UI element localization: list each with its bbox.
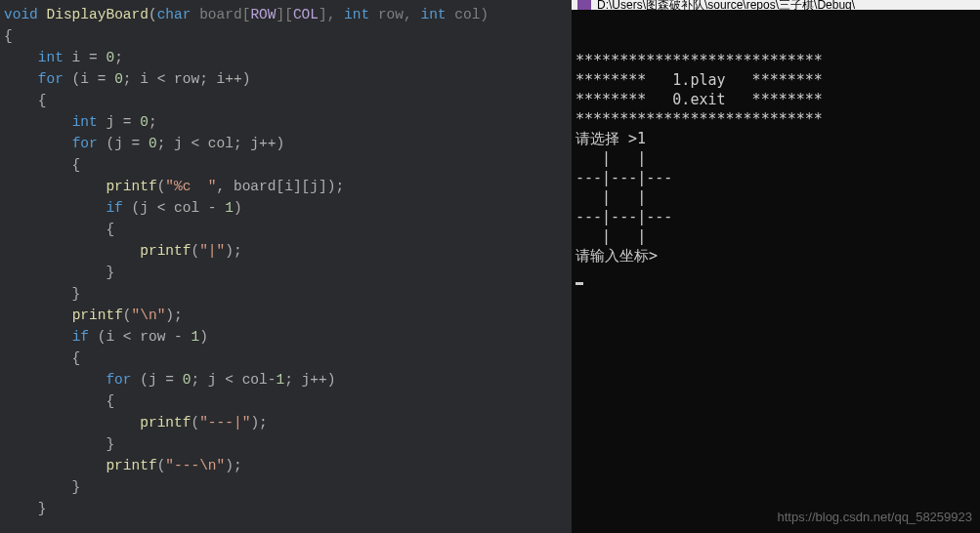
code-line[interactable]: {: [4, 390, 572, 412]
code-line[interactable]: printf("|");: [4, 240, 572, 262]
code-token: "---|": [199, 415, 250, 430]
console-line: ****************************: [575, 51, 976, 70]
code-token: int: [420, 7, 446, 22]
code-token: ],: [319, 7, 344, 22]
code-line[interactable]: for (j = 0; j < col-1; j++): [4, 369, 572, 390]
code-token: ;: [114, 50, 123, 65]
code-line[interactable]: int j = 0;: [4, 111, 572, 133]
code-token: ;: [149, 114, 157, 130]
code-token: }: [4, 479, 80, 495]
code-line[interactable]: for (i = 0; i < row; i++): [4, 68, 572, 90]
code-line[interactable]: {: [4, 154, 572, 176]
code-editor[interactable]: void DisplayBoard(char board[ROW][COL], …: [0, 0, 572, 533]
code-token: (j =: [132, 372, 183, 388]
code-token: ][: [276, 7, 292, 22]
code-token: ; j < col; j++): [157, 136, 285, 151]
code-token: {: [4, 222, 114, 237]
console-titlebar[interactable]: D:\Users\图森破补队\source\repos\三子棋\Debug\: [572, 0, 980, 10]
code-token: printf: [140, 243, 191, 259]
code-line[interactable]: if (i < row - 1): [4, 326, 572, 348]
code-token: 0: [140, 114, 149, 130]
code-token: 0: [114, 71, 123, 87]
code-token: {: [4, 28, 13, 44]
code-token: [4, 179, 106, 194]
watermark: https://blog.csdn.net/qq_58259923: [778, 508, 973, 527]
console-line: 请输入坐标>: [575, 246, 976, 266]
console-line: ******** 1.play ********: [575, 70, 976, 90]
code-line[interactable]: void DisplayBoard(char board[ROW][COL], …: [4, 4, 572, 25]
code-token: printf: [140, 415, 191, 430]
code-token: "\n": [132, 308, 166, 323]
console-line: | |: [575, 187, 976, 207]
code-token: "---\n": [165, 458, 225, 473]
code-token: (: [191, 415, 199, 430]
code-token: {: [4, 157, 80, 173]
code-line[interactable]: }: [4, 262, 572, 283]
code-token: [4, 114, 72, 130]
code-token: for: [38, 71, 64, 87]
code-token: ): [199, 329, 208, 345]
code-token: [4, 200, 106, 216]
code-line[interactable]: {: [4, 219, 572, 240]
code-token: );: [165, 308, 182, 323]
app-icon: [577, 0, 591, 10]
code-token: printf: [106, 458, 156, 473]
code-token: [4, 372, 106, 388]
code-line[interactable]: {: [4, 25, 572, 47]
code-token: "%c ": [165, 179, 216, 194]
console-line: 请选择 >1: [575, 129, 976, 148]
code-line[interactable]: }: [4, 433, 572, 455]
code-line[interactable]: if (j < col - 1): [4, 197, 572, 219]
code-token: DisplayBoard: [47, 7, 149, 22]
code-token: );: [225, 458, 241, 473]
code-token: }: [4, 436, 114, 452]
code-token: [4, 458, 106, 473]
code-token: }: [4, 286, 80, 302]
console-line: ******** 0.exit ********: [575, 90, 976, 109]
console-line: ---|---|---: [575, 207, 976, 226]
code-line[interactable]: for (j = 0; j < col; j++): [4, 133, 572, 154]
code-token: printf: [72, 308, 123, 323]
code-line[interactable]: printf("\n");: [4, 305, 572, 326]
code-line[interactable]: printf("%c ", board[i][j]);: [4, 176, 572, 197]
code-token: ; j++): [284, 372, 335, 388]
code-token: {: [4, 350, 80, 366]
console-title: D:\Users\图森破补队\source\repos\三子棋\Debug\: [597, 0, 855, 10]
code-line[interactable]: }: [4, 476, 572, 498]
code-token: row,: [369, 7, 420, 22]
code-token: (: [191, 243, 199, 259]
code-line[interactable]: printf("---\n");: [4, 455, 572, 476]
code-token: [4, 243, 140, 259]
code-token: (i < row -: [89, 329, 191, 345]
code-token: i =: [64, 50, 107, 65]
code-token: [4, 308, 72, 323]
code-token: );: [225, 243, 241, 259]
code-line[interactable]: }: [4, 283, 572, 305]
console-cursor-line[interactable]: [575, 266, 976, 285]
code-token: void: [4, 7, 47, 22]
code-line[interactable]: printf("---|");: [4, 412, 572, 433]
code-token: }: [4, 265, 114, 280]
code-token: col): [447, 7, 490, 22]
code-token: ; j < col-: [191, 372, 276, 388]
code-line[interactable]: }: [4, 498, 572, 519]
code-token: if: [72, 329, 89, 345]
code-token: ROW: [250, 7, 276, 22]
code-line[interactable]: {: [4, 90, 572, 111]
code-line[interactable]: {: [4, 348, 572, 369]
code-token: board[: [191, 7, 250, 22]
code-token: if: [106, 200, 122, 216]
code-token: printf: [106, 179, 156, 194]
code-token: (j < col -: [123, 200, 225, 216]
console-line: ****************************: [575, 109, 976, 129]
code-token: [4, 415, 140, 430]
code-token: for: [106, 372, 131, 388]
code-token: {: [4, 393, 114, 409]
code-line[interactable]: int i = 0;: [4, 47, 572, 68]
code-token: char: [157, 7, 192, 22]
code-token: 0: [106, 50, 114, 65]
code-token: 1: [276, 372, 284, 388]
code-token: int: [344, 7, 369, 22]
console-line: | |: [575, 148, 976, 168]
console-output[interactable]: ************************************ 1.p…: [572, 10, 980, 287]
